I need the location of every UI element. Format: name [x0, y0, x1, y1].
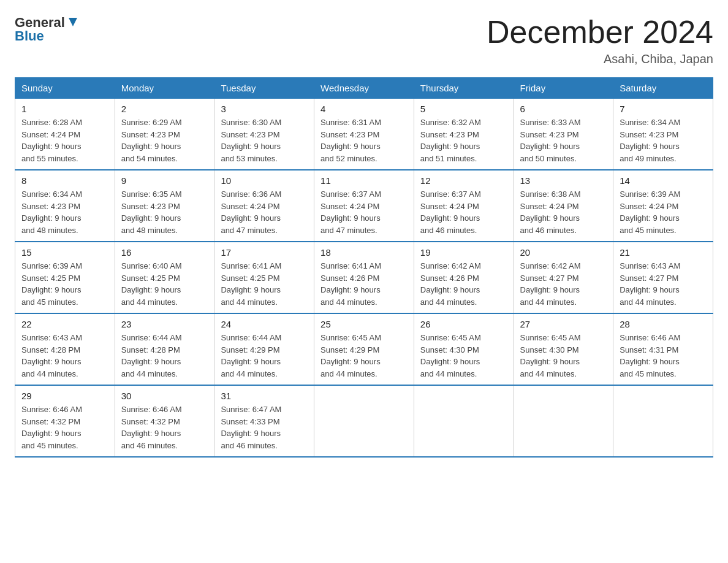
header-friday: Friday [514, 78, 613, 99]
day-info: Sunrise: 6:41 AM Sunset: 4:25 PM Dayligh… [221, 260, 308, 308]
calendar-header-row: SundayMondayTuesdayWednesdayThursdayFrid… [15, 78, 713, 99]
day-number: 28 [620, 319, 707, 329]
day-number: 6 [520, 104, 607, 114]
day-info: Sunrise: 6:31 AM Sunset: 4:23 PM Dayligh… [320, 117, 408, 164]
day-info: Sunrise: 6:30 AM Sunset: 4:23 PM Dayligh… [221, 117, 308, 164]
day-info: Sunrise: 6:33 AM Sunset: 4:23 PM Dayligh… [520, 117, 607, 164]
calendar-cell: 21 Sunrise: 6:43 AM Sunset: 4:27 PM Dayl… [613, 242, 713, 313]
day-info: Sunrise: 6:45 AM Sunset: 4:29 PM Dayligh… [320, 332, 408, 380]
day-number: 29 [21, 391, 108, 401]
day-info: Sunrise: 6:34 AM Sunset: 4:23 PM Dayligh… [21, 188, 108, 236]
calendar-cell: 25 Sunrise: 6:45 AM Sunset: 4:29 PM Dayl… [314, 313, 414, 385]
day-info: Sunrise: 6:43 AM Sunset: 4:27 PM Dayligh… [620, 260, 707, 308]
day-number: 27 [520, 319, 607, 329]
day-number: 22 [21, 319, 108, 329]
day-number: 15 [21, 247, 108, 258]
day-number: 13 [520, 175, 607, 186]
calendar-cell: 13 Sunrise: 6:38 AM Sunset: 4:24 PM Dayl… [514, 170, 613, 242]
calendar-cell: 26 Sunrise: 6:45 AM Sunset: 4:30 PM Dayl… [414, 313, 514, 385]
header-tuesday: Tuesday [214, 78, 314, 99]
day-number: 14 [620, 175, 707, 186]
day-number: 2 [121, 104, 208, 114]
calendar-week-row: 22 Sunrise: 6:43 AM Sunset: 4:28 PM Dayl… [15, 313, 713, 385]
month-title: December 2024 [487, 15, 713, 50]
day-info: Sunrise: 6:38 AM Sunset: 4:24 PM Dayligh… [520, 188, 607, 236]
svg-marker-0 [69, 18, 77, 26]
calendar-cell: 19 Sunrise: 6:42 AM Sunset: 4:26 PM Dayl… [414, 242, 514, 313]
day-info: Sunrise: 6:44 AM Sunset: 4:28 PM Dayligh… [121, 332, 208, 380]
day-number: 8 [21, 175, 108, 186]
calendar-cell: 11 Sunrise: 6:37 AM Sunset: 4:24 PM Dayl… [314, 170, 414, 242]
day-info: Sunrise: 6:35 AM Sunset: 4:23 PM Dayligh… [121, 188, 208, 236]
calendar-cell: 10 Sunrise: 6:36 AM Sunset: 4:24 PM Dayl… [214, 170, 314, 242]
calendar-cell: 6 Sunrise: 6:33 AM Sunset: 4:23 PM Dayli… [514, 99, 613, 170]
day-info: Sunrise: 6:46 AM Sunset: 4:31 PM Dayligh… [620, 332, 707, 380]
day-info: Sunrise: 6:42 AM Sunset: 4:26 PM Dayligh… [420, 260, 507, 308]
calendar-cell: 9 Sunrise: 6:35 AM Sunset: 4:23 PM Dayli… [115, 170, 214, 242]
logo-blue: Blue [15, 28, 44, 44]
location: Asahi, Chiba, Japan [487, 52, 713, 66]
day-number: 30 [121, 391, 208, 401]
day-info: Sunrise: 6:39 AM Sunset: 4:24 PM Dayligh… [620, 188, 707, 236]
calendar-cell: 4 Sunrise: 6:31 AM Sunset: 4:23 PM Dayli… [314, 99, 414, 170]
calendar-week-row: 1 Sunrise: 6:28 AM Sunset: 4:24 PM Dayli… [15, 99, 713, 170]
calendar-cell: 5 Sunrise: 6:32 AM Sunset: 4:23 PM Dayli… [414, 99, 514, 170]
calendar-cell: 28 Sunrise: 6:46 AM Sunset: 4:31 PM Dayl… [613, 313, 713, 385]
day-number: 11 [320, 175, 408, 186]
day-number: 4 [320, 104, 408, 114]
logo: General Blue [15, 15, 80, 44]
calendar-cell [514, 385, 613, 457]
day-info: Sunrise: 6:43 AM Sunset: 4:28 PM Dayligh… [21, 332, 108, 380]
day-info: Sunrise: 6:36 AM Sunset: 4:24 PM Dayligh… [221, 188, 308, 236]
day-info: Sunrise: 6:34 AM Sunset: 4:23 PM Dayligh… [620, 117, 707, 164]
day-number: 5 [420, 104, 507, 114]
day-number: 31 [221, 391, 308, 401]
day-info: Sunrise: 6:41 AM Sunset: 4:26 PM Dayligh… [320, 260, 408, 308]
day-number: 3 [221, 104, 308, 114]
day-info: Sunrise: 6:47 AM Sunset: 4:33 PM Dayligh… [221, 404, 308, 451]
day-info: Sunrise: 6:44 AM Sunset: 4:29 PM Dayligh… [221, 332, 308, 380]
calendar-cell: 29 Sunrise: 6:46 AM Sunset: 4:32 PM Dayl… [15, 385, 115, 457]
calendar-cell [414, 385, 514, 457]
day-number: 24 [221, 319, 308, 329]
calendar-cell: 22 Sunrise: 6:43 AM Sunset: 4:28 PM Dayl… [15, 313, 115, 385]
day-number: 25 [320, 319, 408, 329]
calendar-cell: 31 Sunrise: 6:47 AM Sunset: 4:33 PM Dayl… [214, 385, 314, 457]
day-number: 16 [121, 247, 208, 258]
day-info: Sunrise: 6:28 AM Sunset: 4:24 PM Dayligh… [21, 117, 108, 164]
day-number: 20 [520, 247, 607, 258]
calendar-cell: 8 Sunrise: 6:34 AM Sunset: 4:23 PM Dayli… [15, 170, 115, 242]
day-number: 1 [21, 104, 108, 114]
header-thursday: Thursday [414, 78, 514, 99]
day-number: 12 [420, 175, 507, 186]
calendar-cell: 15 Sunrise: 6:39 AM Sunset: 4:25 PM Dayl… [15, 242, 115, 313]
page-header: General Blue December 2024 Asahi, Chiba,… [15, 15, 713, 66]
day-info: Sunrise: 6:46 AM Sunset: 4:32 PM Dayligh… [121, 404, 208, 451]
header-sunday: Sunday [15, 78, 115, 99]
calendar-cell: 7 Sunrise: 6:34 AM Sunset: 4:23 PM Dayli… [613, 99, 713, 170]
day-info: Sunrise: 6:42 AM Sunset: 4:27 PM Dayligh… [520, 260, 607, 308]
calendar-cell: 23 Sunrise: 6:44 AM Sunset: 4:28 PM Dayl… [115, 313, 214, 385]
day-number: 9 [121, 175, 208, 186]
header-saturday: Saturday [613, 78, 713, 99]
day-number: 7 [620, 104, 707, 114]
day-number: 21 [620, 247, 707, 258]
calendar-week-row: 15 Sunrise: 6:39 AM Sunset: 4:25 PM Dayl… [15, 242, 713, 313]
header-monday: Monday [115, 78, 214, 99]
calendar-cell: 27 Sunrise: 6:45 AM Sunset: 4:30 PM Dayl… [514, 313, 613, 385]
day-number: 19 [420, 247, 507, 258]
day-info: Sunrise: 6:29 AM Sunset: 4:23 PM Dayligh… [121, 117, 208, 164]
day-number: 26 [420, 319, 507, 329]
day-info: Sunrise: 6:46 AM Sunset: 4:32 PM Dayligh… [21, 404, 108, 451]
header-wednesday: Wednesday [314, 78, 414, 99]
calendar-week-row: 29 Sunrise: 6:46 AM Sunset: 4:32 PM Dayl… [15, 385, 713, 457]
calendar-cell: 30 Sunrise: 6:46 AM Sunset: 4:32 PM Dayl… [115, 385, 214, 457]
calendar-week-row: 8 Sunrise: 6:34 AM Sunset: 4:23 PM Dayli… [15, 170, 713, 242]
calendar-cell: 2 Sunrise: 6:29 AM Sunset: 4:23 PM Dayli… [115, 99, 214, 170]
day-number: 17 [221, 247, 308, 258]
day-number: 18 [320, 247, 408, 258]
calendar-cell: 14 Sunrise: 6:39 AM Sunset: 4:24 PM Dayl… [613, 170, 713, 242]
calendar-cell: 3 Sunrise: 6:30 AM Sunset: 4:23 PM Dayli… [214, 99, 314, 170]
day-info: Sunrise: 6:37 AM Sunset: 4:24 PM Dayligh… [420, 188, 507, 236]
day-info: Sunrise: 6:32 AM Sunset: 4:23 PM Dayligh… [420, 117, 507, 164]
